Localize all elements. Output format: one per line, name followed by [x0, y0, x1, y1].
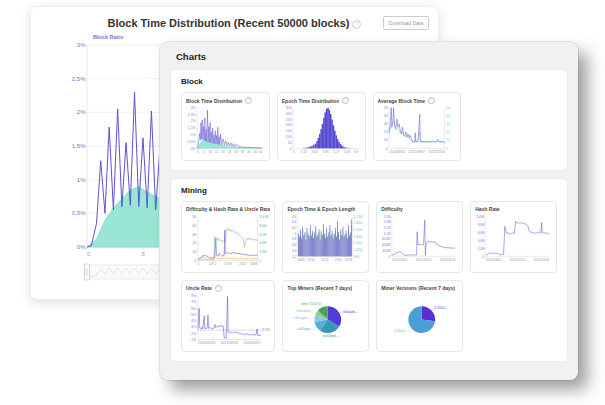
pie-label-leader [432, 309, 434, 310]
chart-card[interactable]: Difficulty & Hash Rate & Uncle Rate50403… [181, 201, 275, 273]
svg-text:50: 50 [192, 215, 196, 219]
svg-text:0: 0 [259, 258, 261, 262]
svg-text:2.5%: 2.5% [72, 76, 86, 82]
series [298, 219, 352, 256]
svg-text:1.8B: 1.8B [384, 220, 392, 224]
sections: BlockBlock Time Distribution?3%2.5%2%1.5… [160, 69, 578, 362]
chart-card-title: Epoch Time & Epoch Length [287, 205, 364, 214]
chart-title-text: Average Block Time [378, 98, 426, 104]
chart-grid: Block Time Distribution?3%2.5%2%1.5%1%0.… [181, 92, 557, 161]
mini-chart: 35030025020015010050033.323.633.954.274.… [282, 105, 361, 159]
chart-canvas: 35030025020015010050033.323.633.954.274.… [282, 105, 361, 155]
svg-text:40: 40 [192, 223, 196, 227]
section-title: Mining [181, 186, 557, 195]
chart-card[interactable]: Top Miners (Recent 7 days)ckb1qzd…ckb1qw… [282, 280, 369, 352]
chart-title-text: Difficulty & Hash Rate & Uncle Rate [186, 206, 270, 212]
svg-text:2021/09/07: 2021/09/07 [408, 150, 424, 154]
svg-text:50: 50 [258, 150, 262, 154]
chart-card[interactable]: Miner Versions (Recent 7 days)0.110.0 …0… [376, 280, 463, 352]
svg-text:20: 20 [221, 150, 225, 154]
svg-text:0: 0 [87, 251, 90, 257]
svg-text:10: 10 [446, 138, 450, 142]
svg-text:2020/08/22: 2020/08/22 [486, 257, 502, 261]
chart-card[interactable]: Epoch Time Distribution?3503002502001501… [277, 92, 366, 161]
svg-text:250: 250 [286, 118, 292, 122]
info-icon[interactable]: ? [342, 97, 349, 104]
mini-chart: 3%2.5%2%1.5%1%0.5%0%05101520253035404550 [186, 105, 265, 159]
svg-text:35: 35 [241, 150, 245, 154]
svg-text:6758: 6758 [346, 257, 353, 261]
svg-text:10: 10 [192, 250, 196, 254]
chart-card-title: Difficulty & Hash Rate & Uncle Rate [186, 205, 270, 214]
svg-text:0.5%: 0.5% [188, 140, 196, 144]
chart-title-text: Hash Rate [475, 206, 499, 212]
svg-text:20: 20 [383, 130, 387, 134]
svg-text:0%: 0% [77, 244, 86, 250]
svg-text:3.8: 3.8 [292, 237, 297, 241]
info-icon[interactable]: ? [245, 97, 252, 104]
series [389, 108, 445, 142]
svg-text:25: 25 [228, 150, 232, 154]
chart-card[interactable]: Uncle Rate?8%7%6%5%4%3%2%1%2020/05/23202… [181, 280, 275, 352]
svg-text:6722: 6722 [322, 257, 329, 261]
svg-text:2020/08/22: 2020/08/22 [389, 150, 405, 154]
pie-label: ckb1qtgz… [298, 326, 314, 330]
svg-text:50: 50 [383, 106, 387, 110]
chart-card-title: Hash Rate [475, 205, 552, 214]
download-data-button[interactable]: Download Data [383, 16, 429, 30]
svg-text:0: 0 [446, 147, 448, 151]
info-icon[interactable]: ? [428, 97, 435, 104]
series [198, 227, 258, 259]
svg-text:350: 350 [286, 106, 292, 110]
pie-label: other (13.0%) [302, 302, 322, 306]
axis-name-label: Block Ratio [93, 34, 123, 40]
svg-text:2022/12/03: 2022/12/03 [428, 150, 444, 154]
svg-text:5%: 5% [191, 313, 197, 317]
svg-text:3.2: 3.2 [292, 254, 297, 258]
svg-text:8%: 8% [191, 294, 197, 298]
svg-text:40M: 40M [259, 241, 266, 245]
svg-text:1,200: 1,200 [354, 247, 363, 251]
chart-canvas: 50403020100504030201002020/08/222021/09/… [378, 105, 457, 155]
svg-text:4: 4 [295, 231, 297, 235]
chart-card-title: Difficulty [381, 205, 458, 214]
info-icon[interactable]: ? [215, 285, 222, 292]
svg-text:1.2B: 1.2B [384, 231, 392, 235]
svg-text:2023/02/07: 2023/02/07 [244, 341, 262, 345]
svg-text:40: 40 [247, 150, 251, 154]
svg-text:3.95: 3.95 [322, 150, 329, 154]
svg-text:4%: 4% [191, 319, 197, 323]
svg-text:30: 30 [446, 122, 450, 126]
annotation-label: 2.5% [262, 328, 271, 332]
svg-text:1,500: 1,500 [354, 241, 363, 245]
chart-canvas: 4.64.44.243.83.63.43.22,7002,4002,1001,8… [287, 214, 364, 262]
chart-card[interactable]: Hash Rate100M80M60M40M20M02020/08/222021… [470, 201, 557, 273]
chart-card[interactable]: Block Time Distribution?3%2.5%2%1.5%1%0.… [181, 92, 270, 161]
pie-slice[interactable] [422, 306, 435, 321]
svg-text:6%: 6% [191, 306, 197, 310]
chart-card-title: Miner Versions (Recent 7 days) [381, 284, 458, 293]
chart-card[interactable]: Difficulty2.1B1.8B1.5B1.2B900M600M300M02… [376, 201, 463, 273]
chart-title-text: Epoch Time & Epoch Length [287, 206, 355, 212]
svg-text:3%: 3% [191, 325, 197, 329]
chart-card-title: Average Block Time? [378, 96, 457, 105]
chart-card[interactable]: Average Block Time?504030201005040302010… [373, 92, 462, 161]
svg-text:2020/05/23: 2020/05/23 [198, 341, 216, 345]
svg-text:4.9: 4.9 [353, 150, 358, 154]
chart-canvas: 100M80M60M40M20M02020/08/222021/10/12202… [475, 214, 552, 262]
svg-text:5486: 5486 [250, 262, 258, 266]
pie-label-leader [315, 311, 317, 312]
svg-text:40: 40 [383, 114, 387, 118]
svg-text:30: 30 [234, 150, 238, 154]
mini-chart: 50403020100504030201002020/08/222021/09/… [378, 105, 457, 159]
chart-card[interactable]: Epoch Time & Epoch Length4.64.44.243.83.… [282, 201, 369, 273]
info-icon[interactable]: ? [352, 20, 361, 29]
svg-text:40M: 40M [478, 238, 485, 242]
chart-title-text: Epoch Time Distribution [282, 98, 340, 104]
mini-chart: 100M80M60M40M20M02020/08/222021/10/12202… [475, 214, 552, 266]
svg-text:2%: 2% [77, 109, 86, 115]
svg-text:2020/08/22: 2020/08/22 [392, 257, 408, 261]
mini-chart: 2.1B1.8B1.5B1.2B900M600M300M02020/08/222… [381, 214, 458, 266]
svg-text:2,100: 2,100 [354, 228, 363, 232]
svg-text:3.32: 3.32 [300, 150, 307, 154]
